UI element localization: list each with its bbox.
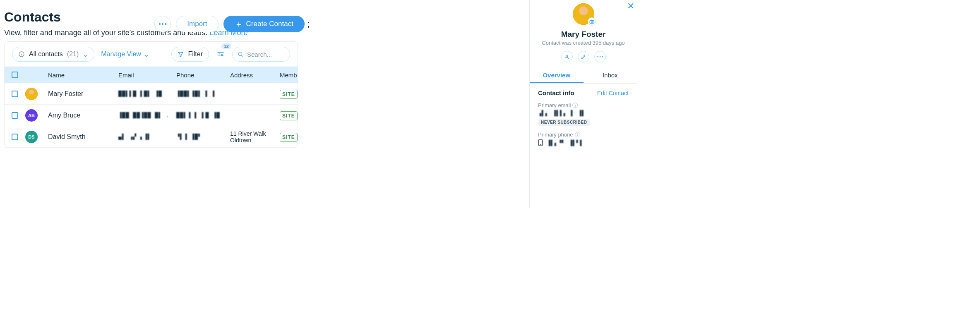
manage-view-label: Manage View — [101, 50, 141, 58]
edit-action-button[interactable] — [578, 51, 589, 62]
avatar: DS — [25, 131, 38, 143]
close-icon[interactable]: ✕ — [627, 2, 634, 11]
row-email: ██▌▌█ ▌█▌ ▐█ — [118, 91, 176, 97]
scope-count: (21) — [67, 50, 79, 58]
column-member: Memb — [280, 72, 298, 79]
change-photo-button[interactable] — [588, 17, 596, 26]
svg-point-10 — [238, 52, 242, 55]
column-phone: Phone — [176, 72, 230, 79]
import-button[interactable]: Import — [176, 16, 218, 32]
info-icon — [18, 51, 25, 57]
sliders-icon — [217, 51, 224, 57]
row-checkbox[interactable] — [12, 112, 18, 119]
manage-view-link[interactable]: Manage View ⌄ — [101, 50, 149, 58]
panel-contact-name: Mary Foster — [530, 30, 637, 39]
row-phone: ██▌▐ ▌ ▌█ ▐█ — [176, 112, 230, 118]
column-address: Address — [230, 72, 280, 79]
info-icon: i — [575, 132, 580, 137]
svg-point-13 — [591, 21, 593, 23]
filter-button[interactable]: Filter — [171, 47, 209, 62]
select-all-checkbox[interactable] — [12, 72, 18, 78]
table-row[interactable]: DS David Smyth ▄▌ ▗▞ ▖▐▌ ▝▌▐ ▐█▘ 11 Rive… — [5, 126, 298, 148]
more-icon — [159, 23, 166, 25]
svg-point-0 — [159, 23, 161, 25]
chevron-down-icon: ⌄ — [144, 50, 149, 58]
row-email: ▐██ ██▐██ █▌ . — [118, 112, 176, 118]
more-icon — [597, 56, 603, 57]
columns-count-badge: 12 — [221, 43, 231, 49]
svg-point-1 — [162, 23, 163, 25]
funnel-icon — [178, 51, 184, 57]
svg-point-7 — [219, 52, 220, 53]
search-box[interactable] — [232, 47, 290, 62]
tab-inbox[interactable]: Inbox — [584, 68, 637, 83]
more-action-button[interactable] — [594, 51, 606, 62]
contact-info-title: Contact info — [538, 89, 574, 96]
filter-label: Filter — [188, 50, 203, 58]
row-address: 11 River Walk Oldtown — [230, 130, 280, 144]
row-name: David Smyth — [48, 133, 118, 141]
avatar: AB — [25, 109, 38, 122]
column-email: Email — [118, 72, 176, 79]
tab-overview[interactable]: Overview — [530, 68, 584, 83]
member-badge: SITE — [280, 133, 298, 142]
column-name: Name — [48, 72, 118, 79]
edit-contact-link[interactable]: Edit Contact — [597, 90, 629, 96]
row-name: Mary Foster — [48, 90, 118, 98]
camera-icon — [589, 19, 594, 24]
row-checkbox[interactable] — [12, 91, 18, 97]
svg-line-11 — [241, 55, 243, 56]
scope-dropdown[interactable]: All contacts (21) ⌄ — [12, 47, 94, 62]
search-icon — [238, 51, 244, 57]
primary-phone-value: ▐▌▖▝▘ ▐▌▘▌ — [547, 140, 584, 146]
member-badge: SITE — [280, 111, 298, 120]
more-actions-button[interactable] — [154, 16, 171, 32]
contact-side-panel: ✕ Mary Foster Contact was created 395 da… — [529, 0, 637, 208]
primary-email-label: Primary email i — [538, 102, 629, 108]
pencil-icon — [581, 54, 586, 60]
row-name: Amy Bruce — [48, 112, 118, 119]
svg-point-16 — [599, 56, 600, 57]
svg-point-17 — [602, 56, 603, 57]
table-row[interactable]: AB Amy Bruce ▐██ ██▐██ █▌ . ██▌▐ ▌ ▌█ ▐█… — [5, 105, 298, 126]
scope-label: All contacts — [29, 50, 63, 58]
table-row[interactable]: Mary Foster ██▌▌█ ▌█▌ ▐█ ▐██▌▐█▌ ▌ ▌ SIT… — [5, 83, 298, 105]
svg-point-15 — [597, 56, 598, 57]
avatar — [25, 88, 38, 100]
primary-email-value: ▗▌▖ ▐▌▌▖ ▌ ▐▌ — [538, 110, 629, 116]
row-phone: ▝▌▐ ▐█▘ — [176, 134, 230, 140]
stray-semicolon: ; — [307, 19, 310, 29]
svg-point-2 — [165, 23, 166, 25]
row-phone: ▐██▌▐█▌ ▌ ▌ — [176, 91, 230, 97]
person-action-button[interactable] — [561, 51, 573, 62]
contacts-card: All contacts (21) ⌄ Manage View ⌄ Filter… — [4, 41, 298, 148]
person-icon — [564, 54, 569, 60]
svg-point-14 — [566, 55, 567, 57]
svg-point-9 — [221, 55, 223, 56]
chevron-down-icon: ⌄ — [83, 50, 88, 58]
primary-phone-label: Primary phone i — [538, 132, 629, 138]
row-checkbox[interactable] — [12, 134, 18, 140]
table-header: Name Email Phone Address Memb — [5, 67, 298, 83]
row-email: ▄▌ ▗▞ ▖▐▌ — [118, 134, 176, 140]
search-input[interactable] — [247, 51, 284, 58]
info-icon: i — [572, 103, 578, 108]
panel-created-line: Contact was created 395 days ago — [530, 40, 637, 46]
import-button-label: Import — [187, 20, 207, 28]
create-contact-button[interactable]: ＋ Create Contact — [223, 16, 305, 32]
member-badge: SITE — [280, 90, 298, 99]
subscription-badge: NEVER SUBSCRIBED — [538, 119, 590, 126]
plus-icon: ＋ — [235, 19, 243, 30]
mobile-icon — [538, 139, 543, 146]
create-contact-label: Create Contact — [246, 20, 293, 28]
